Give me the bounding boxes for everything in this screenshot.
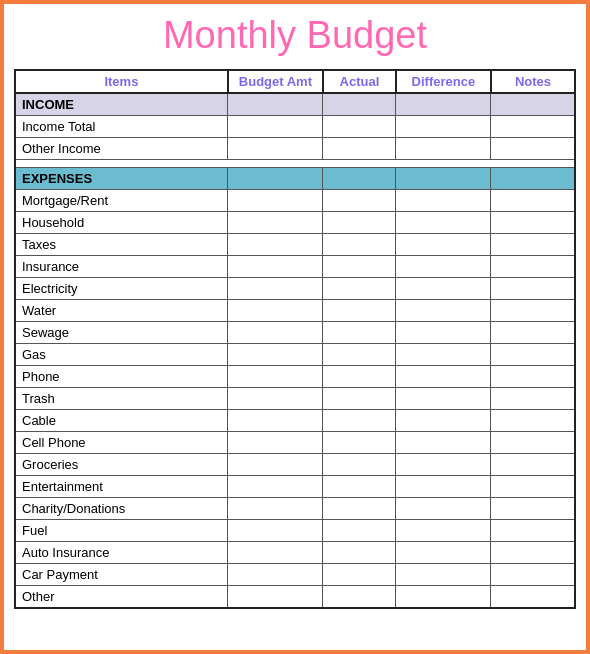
table-row: Electricity bbox=[15, 278, 575, 300]
notes-cell[interactable] bbox=[491, 410, 575, 432]
actual-cell[interactable] bbox=[323, 300, 396, 322]
difference-cell[interactable] bbox=[396, 300, 491, 322]
actual-cell[interactable] bbox=[323, 116, 396, 138]
actual-cell[interactable] bbox=[323, 278, 396, 300]
difference-cell[interactable] bbox=[396, 432, 491, 454]
budget-amt-cell[interactable] bbox=[228, 432, 323, 454]
notes-cell[interactable] bbox=[491, 520, 575, 542]
difference-cell[interactable] bbox=[396, 322, 491, 344]
item-label: Phone bbox=[15, 366, 228, 388]
budget-amt-cell[interactable] bbox=[228, 116, 323, 138]
notes-cell[interactable] bbox=[491, 498, 575, 520]
budget-amt-cell[interactable] bbox=[228, 454, 323, 476]
difference-cell[interactable] bbox=[396, 476, 491, 498]
difference-cell[interactable] bbox=[396, 190, 491, 212]
difference-cell[interactable] bbox=[396, 388, 491, 410]
notes-cell[interactable] bbox=[491, 366, 575, 388]
notes-cell[interactable] bbox=[491, 432, 575, 454]
actual-cell[interactable] bbox=[323, 366, 396, 388]
difference-cell[interactable] bbox=[396, 454, 491, 476]
page-wrapper: Monthly Budget Items Budget Amt Actual D… bbox=[0, 0, 590, 654]
budget-amt-cell[interactable] bbox=[228, 212, 323, 234]
budget-amt-cell[interactable] bbox=[228, 586, 323, 609]
budget-amt-cell[interactable] bbox=[228, 138, 323, 160]
budget-amt-cell[interactable] bbox=[228, 388, 323, 410]
notes-cell[interactable] bbox=[491, 564, 575, 586]
budget-amt-cell[interactable] bbox=[228, 322, 323, 344]
actual-cell[interactable] bbox=[323, 586, 396, 609]
difference-cell[interactable] bbox=[396, 542, 491, 564]
table-row: Auto Insurance bbox=[15, 542, 575, 564]
notes-cell[interactable] bbox=[491, 234, 575, 256]
notes-cell[interactable] bbox=[491, 256, 575, 278]
actual-cell[interactable] bbox=[323, 212, 396, 234]
table-row: Car Payment bbox=[15, 564, 575, 586]
budget-amt-cell[interactable] bbox=[228, 278, 323, 300]
difference-cell[interactable] bbox=[396, 212, 491, 234]
budget-amt-cell[interactable] bbox=[228, 234, 323, 256]
actual-cell[interactable] bbox=[323, 388, 396, 410]
notes-cell[interactable] bbox=[491, 388, 575, 410]
difference-cell[interactable] bbox=[396, 278, 491, 300]
table-row: Other Income bbox=[15, 138, 575, 160]
difference-cell[interactable] bbox=[396, 234, 491, 256]
table-row: Fuel bbox=[15, 520, 575, 542]
notes-cell[interactable] bbox=[491, 212, 575, 234]
item-label: Water bbox=[15, 300, 228, 322]
budget-amt-cell[interactable] bbox=[228, 498, 323, 520]
budget-amt-cell[interactable] bbox=[228, 256, 323, 278]
difference-cell[interactable] bbox=[396, 256, 491, 278]
item-label: Mortgage/Rent bbox=[15, 190, 228, 212]
budget-amt-cell[interactable] bbox=[228, 300, 323, 322]
budget-amt-cell[interactable] bbox=[228, 564, 323, 586]
difference-cell[interactable] bbox=[396, 344, 491, 366]
actual-cell[interactable] bbox=[323, 410, 396, 432]
actual-cell[interactable] bbox=[323, 542, 396, 564]
notes-cell[interactable] bbox=[491, 300, 575, 322]
difference-cell[interactable] bbox=[396, 116, 491, 138]
notes-cell[interactable] bbox=[491, 322, 575, 344]
actual-cell[interactable] bbox=[323, 432, 396, 454]
notes-cell[interactable] bbox=[491, 454, 575, 476]
difference-cell[interactable] bbox=[396, 138, 491, 160]
budget-amt-cell[interactable] bbox=[228, 190, 323, 212]
item-label: Electricity bbox=[15, 278, 228, 300]
item-label: Sewage bbox=[15, 322, 228, 344]
actual-cell[interactable] bbox=[323, 138, 396, 160]
difference-cell[interactable] bbox=[396, 564, 491, 586]
difference-cell[interactable] bbox=[396, 520, 491, 542]
actual-cell[interactable] bbox=[323, 322, 396, 344]
item-label: Insurance bbox=[15, 256, 228, 278]
difference-cell[interactable] bbox=[396, 586, 491, 609]
actual-cell[interactable] bbox=[323, 256, 396, 278]
budget-amt-cell[interactable] bbox=[228, 542, 323, 564]
table-row: Entertainment bbox=[15, 476, 575, 498]
budget-amt-cell[interactable] bbox=[228, 410, 323, 432]
difference-cell[interactable] bbox=[396, 410, 491, 432]
notes-cell[interactable] bbox=[491, 116, 575, 138]
budget-amt-cell[interactable] bbox=[228, 366, 323, 388]
actual-cell[interactable] bbox=[323, 564, 396, 586]
notes-cell[interactable] bbox=[491, 476, 575, 498]
actual-cell[interactable] bbox=[323, 454, 396, 476]
notes-cell[interactable] bbox=[491, 586, 575, 609]
section-income: INCOME bbox=[15, 93, 575, 116]
actual-cell[interactable] bbox=[323, 476, 396, 498]
actual-cell[interactable] bbox=[323, 498, 396, 520]
actual-cell[interactable] bbox=[323, 520, 396, 542]
table-row: Trash bbox=[15, 388, 575, 410]
budget-amt-cell[interactable] bbox=[228, 520, 323, 542]
notes-cell[interactable] bbox=[491, 138, 575, 160]
notes-cell[interactable] bbox=[491, 344, 575, 366]
budget-amt-cell[interactable] bbox=[228, 344, 323, 366]
actual-cell[interactable] bbox=[323, 234, 396, 256]
notes-cell[interactable] bbox=[491, 542, 575, 564]
difference-cell[interactable] bbox=[396, 366, 491, 388]
budget-amt-cell[interactable] bbox=[228, 476, 323, 498]
page-title: Monthly Budget bbox=[14, 14, 576, 57]
actual-cell[interactable] bbox=[323, 344, 396, 366]
actual-cell[interactable] bbox=[323, 190, 396, 212]
difference-cell[interactable] bbox=[396, 498, 491, 520]
notes-cell[interactable] bbox=[491, 190, 575, 212]
notes-cell[interactable] bbox=[491, 278, 575, 300]
